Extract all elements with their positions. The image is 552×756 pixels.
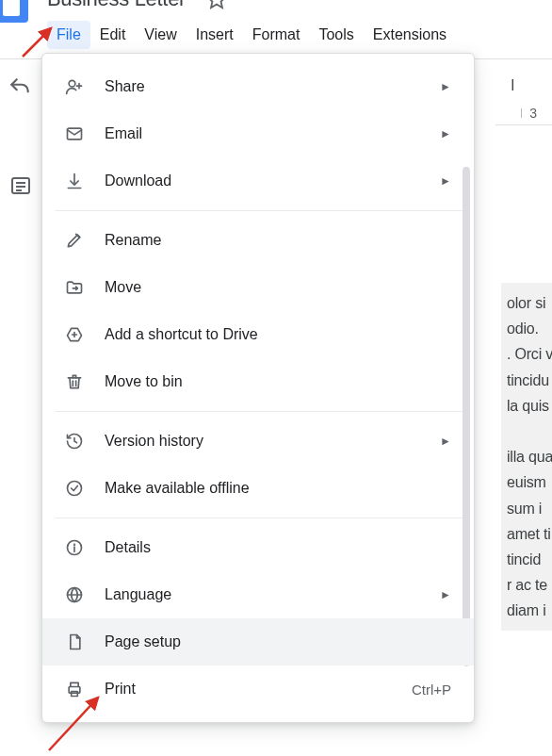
trash-icon <box>63 372 86 391</box>
menubar: FileEditViewInsertFormatToolsExtensions <box>47 21 456 49</box>
details-icon <box>63 538 86 557</box>
menu-separator <box>56 210 463 211</box>
menu-item-label: Print <box>105 681 412 698</box>
chevron-right-icon: ► <box>440 127 451 140</box>
menu-item-label: Download <box>105 173 440 189</box>
menu-item-label: Make available offline <box>105 480 451 497</box>
history-icon <box>63 432 86 451</box>
menu-extensions[interactable]: Extensions <box>364 21 456 49</box>
menu-shortcut: Ctrl+P <box>412 682 451 698</box>
menu-item-download[interactable]: Download► <box>42 157 474 205</box>
chevron-right-icon: ► <box>440 174 451 188</box>
menu-separator <box>56 518 463 518</box>
menu-item-label: Language <box>105 586 440 603</box>
menu-item-label: Version history <box>105 433 440 450</box>
doc-text-line: sum i <box>507 496 552 521</box>
print-icon <box>63 680 86 698</box>
menu-item-label: Email <box>105 125 440 142</box>
menu-item-label: Move <box>105 279 451 296</box>
document-text-preview: olor siodio.. Orci vtincidula quis illa … <box>501 283 552 631</box>
menu-item-print[interactable]: PrintCtrl+P <box>42 666 474 713</box>
menu-item-details[interactable]: Details <box>42 524 474 571</box>
ruler-tick: 3 <box>521 106 537 121</box>
doc-text-line: amet ti <box>507 521 552 547</box>
file-menu-dropdown: Share►Email►Download►RenameMoveAdd a sho… <box>41 53 475 723</box>
menu-insert[interactable]: Insert <box>187 21 243 49</box>
doc-text-line: euism <box>507 469 552 495</box>
menu-item-email[interactable]: Email► <box>42 110 474 157</box>
menu-item-rename[interactable]: Rename <box>42 217 474 264</box>
menu-item-language[interactable]: Language► <box>42 571 474 618</box>
download-icon <box>63 172 86 190</box>
doc-text-line: r ac te <box>507 572 552 598</box>
doc-text-line: . Orci v <box>507 341 552 367</box>
menu-edit[interactable]: Edit <box>90 21 136 49</box>
language-icon <box>63 585 86 604</box>
doc-text-line: tincid <box>507 547 552 572</box>
page-setup-icon <box>63 633 86 651</box>
menu-item-move[interactable]: Move <box>42 264 474 311</box>
doc-text-line: olor si <box>507 290 552 316</box>
chevron-right-icon: ► <box>440 435 451 448</box>
menu-item-make-available-offline[interactable]: Make available offline <box>42 465 474 512</box>
chevron-right-icon: ► <box>440 80 451 93</box>
share-icon <box>63 77 86 96</box>
star-icon[interactable] <box>206 0 227 9</box>
doc-text-line: tincidu <box>507 368 552 393</box>
menu-item-label: Share <box>105 78 440 95</box>
menu-file[interactable]: File <box>47 21 90 49</box>
menu-tools[interactable]: Tools <box>309 21 363 49</box>
menu-item-label: Details <box>105 539 451 556</box>
menu-view[interactable]: View <box>135 21 186 49</box>
menu-item-move-to-bin[interactable]: Move to bin <box>42 358 474 405</box>
svg-point-17 <box>74 544 75 545</box>
offline-icon <box>63 479 86 498</box>
add-shortcut-icon <box>63 325 86 344</box>
doc-text-line: illa qua <box>507 444 552 469</box>
menu-item-page-setup[interactable]: Page setup <box>42 618 474 666</box>
style-selector-fragment[interactable]: l <box>511 77 514 94</box>
email-icon <box>63 124 86 143</box>
chevron-right-icon: ► <box>440 588 451 601</box>
docs-logo[interactable] <box>0 0 28 23</box>
ruler-line <box>495 124 552 125</box>
svg-point-14 <box>68 482 82 496</box>
menu-item-share[interactable]: Share► <box>42 63 474 110</box>
menu-item-label: Move to bin <box>105 373 451 390</box>
svg-point-4 <box>69 80 75 87</box>
menu-format[interactable]: Format <box>243 21 310 49</box>
menu-separator <box>56 411 463 412</box>
undo-icon[interactable] <box>8 75 32 100</box>
menu-item-label: Add a shortcut to Drive <box>105 326 451 343</box>
move-icon <box>63 278 86 297</box>
doc-text-line: odio. <box>507 316 552 341</box>
menu-item-version-history[interactable]: Version history► <box>42 418 474 465</box>
rename-icon <box>63 231 86 250</box>
doc-text-line: la quis <box>507 393 552 419</box>
doc-text-line: diam i <box>507 598 552 623</box>
document-title[interactable]: Business Letter <box>47 0 186 11</box>
menu-item-label: Page setup <box>105 633 451 650</box>
outline-icon[interactable] <box>9 174 32 197</box>
menu-item-label: Rename <box>105 232 451 249</box>
doc-text-line <box>507 419 552 444</box>
menu-item-add-a-shortcut-to-drive[interactable]: Add a shortcut to Drive <box>42 311 474 358</box>
